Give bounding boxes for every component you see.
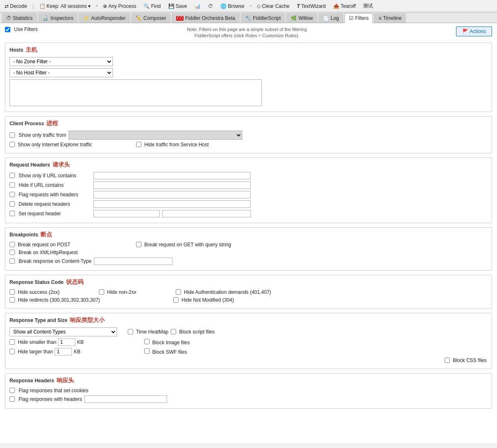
break-content-type-row: Break response on Content-Type bbox=[10, 257, 487, 265]
break-post-checkbox[interactable] bbox=[10, 242, 15, 247]
flag-cookies-checkbox[interactable] bbox=[10, 388, 15, 393]
break-xmlhttp-checkbox[interactable] bbox=[10, 250, 15, 255]
block-swf-checkbox[interactable] bbox=[144, 348, 150, 354]
request-headers-section: Request Headers 请求头 Show only if URL con… bbox=[5, 157, 492, 223]
statistics-icon: ⏱ bbox=[6, 15, 11, 21]
hide-auth-checkbox[interactable] bbox=[176, 289, 181, 295]
counter-button[interactable]: 📊 bbox=[192, 2, 203, 10]
break-content-type-label: Break response on Content-Type bbox=[19, 258, 91, 264]
hide-larger-label: Hide larger than bbox=[18, 349, 53, 355]
fiddler-orchestra-icon: FO bbox=[176, 16, 184, 21]
set-header-checkbox[interactable] bbox=[10, 211, 15, 216]
delete-headers-input[interactable] bbox=[93, 200, 251, 208]
response-type-section: Response Type and Size 响应类型大小 Show all C… bbox=[5, 313, 492, 369]
hide-url-label: Hide if URL contains bbox=[19, 182, 91, 188]
tabbar: ⏱ Statistics 🔬 Inspectors ⚡ AutoResponde… bbox=[0, 12, 497, 23]
hide-redirects-checkbox[interactable] bbox=[10, 297, 15, 303]
hide-url-row: Hide if URL contains bbox=[10, 181, 487, 189]
find-icon: 🔍 bbox=[143, 3, 150, 9]
zone-filter-select[interactable]: - No Zone Filter - Show only Intranet Ho… bbox=[10, 57, 113, 66]
decode-button[interactable]: ⇄ Decode bbox=[2, 2, 29, 10]
save-button[interactable]: 💾 Save bbox=[166, 2, 189, 10]
block-image-checkbox[interactable] bbox=[144, 339, 150, 344]
show-url-checkbox[interactable] bbox=[10, 173, 15, 178]
break-xmlhttp-label: Break on XMLHttpRequest bbox=[19, 250, 78, 255]
tearoff-button[interactable]: 📤 Tearoff bbox=[331, 2, 358, 10]
time-heatmap-checkbox[interactable] bbox=[128, 329, 133, 334]
tab-timeline[interactable]: ≡ Timeline bbox=[374, 13, 406, 23]
find-button[interactable]: 🔍 Find bbox=[141, 2, 162, 10]
break-get-checkbox[interactable] bbox=[136, 242, 141, 247]
process-select[interactable] bbox=[69, 131, 242, 140]
block-css-row: Block CSS files bbox=[10, 357, 487, 363]
tab-statistics[interactable]: ⏱ Statistics bbox=[2, 13, 37, 23]
hide-not-modified-checkbox[interactable] bbox=[173, 297, 179, 303]
browse-button[interactable]: 🌐 Browse bbox=[218, 2, 246, 10]
flag-requests-row: Flag requests with headers bbox=[10, 191, 487, 198]
hide-smaller-checkbox[interactable] bbox=[10, 339, 15, 345]
block-css-checkbox[interactable] bbox=[444, 357, 450, 363]
break-post-label: Break request on POST bbox=[18, 242, 70, 248]
set-header-name-input[interactable] bbox=[93, 210, 160, 217]
show-ie-checkbox[interactable] bbox=[10, 142, 15, 147]
actions-button[interactable]: 🚩 Actions bbox=[456, 26, 492, 36]
hide-larger-checkbox[interactable] bbox=[10, 349, 15, 354]
tab-inspectors[interactable]: 🔬 Inspectors bbox=[38, 13, 78, 23]
show-url-label: Show only if URL contains bbox=[19, 173, 91, 179]
tab-composer[interactable]: ✏️ Composer bbox=[131, 13, 171, 23]
keep-sessions-button[interactable]: 📋 Keep: All sessions ▾ bbox=[37, 2, 93, 10]
hide-url-checkbox[interactable] bbox=[10, 182, 15, 188]
request-headers-title: Request Headers 请求头 bbox=[10, 161, 487, 169]
tab-log[interactable]: 📄 Log bbox=[318, 13, 344, 23]
break-content-type-input[interactable] bbox=[94, 257, 172, 265]
tab-filters[interactable]: ☑ Filters bbox=[344, 13, 373, 23]
hosts-textarea[interactable] bbox=[10, 79, 262, 106]
hide-larger-input[interactable] bbox=[55, 348, 72, 355]
flag-cookies-row: Flag responses that set cookies bbox=[10, 388, 487, 393]
flag-resp-headers-input[interactable] bbox=[84, 396, 167, 403]
show-url-input[interactable] bbox=[93, 172, 251, 179]
show-traffic-row: Show only traffic from bbox=[10, 131, 487, 140]
tab-willow[interactable]: 🌿 Willow bbox=[286, 13, 318, 23]
tab-fiddler-script[interactable]: 🔧 FiddlerScript bbox=[241, 13, 285, 23]
flag-requests-checkbox[interactable] bbox=[10, 192, 15, 197]
use-filters-checkbox[interactable] bbox=[5, 27, 10, 32]
hosts-textarea-row bbox=[10, 79, 487, 106]
hide-success-checkbox[interactable] bbox=[10, 289, 15, 295]
keep-icon: 📋 bbox=[39, 3, 45, 9]
client-process-section: Client Process 进程 Show only traffic from… bbox=[5, 116, 492, 153]
hide-non2xx-checkbox[interactable] bbox=[99, 289, 104, 295]
hide-smaller-input[interactable] bbox=[58, 338, 75, 346]
hide-smaller-label: Hide smaller than bbox=[18, 339, 56, 345]
hide-service-host-label: Hide traffic from Service Host bbox=[144, 142, 209, 148]
block-script-label: Block script files bbox=[179, 329, 215, 335]
hosts-title: Hosts 主机 bbox=[10, 46, 487, 54]
clear-cache-button[interactable]: ◇ Clear Cache bbox=[255, 2, 292, 10]
block-css-label: Block CSS files bbox=[453, 357, 487, 363]
hide-url-input[interactable] bbox=[93, 181, 251, 189]
clear-cache-icon: ◇ bbox=[257, 3, 260, 9]
flag-resp-headers-label: Flag responses with headers bbox=[19, 396, 82, 402]
hide-service-host-checkbox[interactable] bbox=[136, 142, 141, 147]
block-script-checkbox[interactable] bbox=[171, 329, 176, 334]
delete-headers-checkbox[interactable] bbox=[10, 201, 15, 207]
browse-icon: 🌐 bbox=[220, 3, 227, 9]
decode-icon: ⇄ bbox=[5, 3, 9, 9]
host-filter-select[interactable]: - No Host Filter - Show only the followi… bbox=[10, 68, 113, 77]
any-process-button[interactable]: ⊕ Any Process bbox=[101, 2, 138, 10]
timer-button[interactable]: ⏱ bbox=[206, 2, 215, 10]
tab-autoresponder[interactable]: ⚡ AutoResponder bbox=[79, 13, 130, 23]
text-wizard-button[interactable]: T TextWizard bbox=[295, 2, 328, 10]
break-content-type-checkbox[interactable] bbox=[10, 258, 15, 264]
breakpoints-title: Breakpoints 断点 bbox=[10, 231, 487, 238]
content-type-select[interactable]: Show all Content-Types Show only HTML Sh… bbox=[10, 327, 117, 336]
flag-requests-input[interactable] bbox=[93, 191, 251, 198]
show-traffic-checkbox[interactable] bbox=[10, 132, 15, 138]
test-button[interactable]: 测试 bbox=[361, 2, 375, 10]
tab-fiddler-orchestra[interactable]: FO Fiddler Orchestra Beta bbox=[172, 13, 240, 23]
larger-row: Hide larger than KB Block SWF files bbox=[10, 348, 487, 355]
text-wizard-icon: T bbox=[297, 3, 300, 9]
flag-resp-headers-checkbox[interactable] bbox=[10, 396, 15, 402]
hide-success-label: Hide success (2xx) bbox=[18, 289, 60, 295]
set-header-value-input[interactable] bbox=[162, 210, 251, 217]
